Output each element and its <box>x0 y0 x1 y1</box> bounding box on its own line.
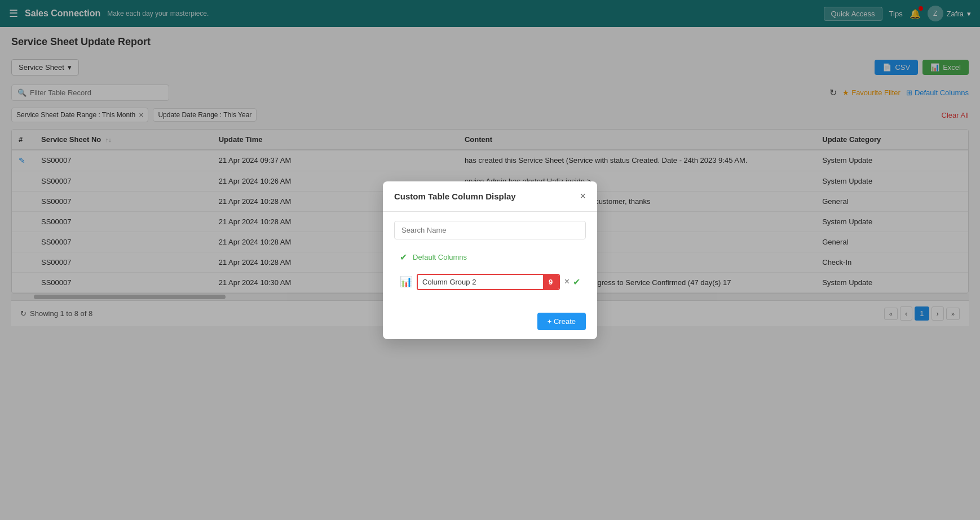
column-group-badge: 9 <box>543 275 559 289</box>
column-group-actions: × ✔ <box>564 277 580 287</box>
modal-title: Custom Table Column Display <box>394 192 516 201</box>
column-group-input-wrap: 9 <box>417 274 560 290</box>
column-group-name-input[interactable] <box>418 275 543 289</box>
bar-chart-icon: 📊 <box>400 275 412 288</box>
default-columns-item[interactable]: ✔ Default Columns <box>394 247 586 267</box>
create-button[interactable]: + Create <box>537 313 586 330</box>
modal-overlay[interactable]: Custom Table Column Display × ✔ Default … <box>0 0 980 520</box>
main-content: Service Sheet Update Report Service Shee… <box>0 27 980 520</box>
modal-search-input[interactable] <box>394 221 586 239</box>
column-group-delete-button[interactable]: × <box>564 277 570 287</box>
modal-body: ✔ Default Columns 📊 9 × ✔ <box>383 212 597 304</box>
modal-header: Custom Table Column Display × <box>383 181 597 212</box>
column-group-row: 📊 9 × ✔ <box>394 269 586 295</box>
modal-footer: + Create <box>383 304 597 339</box>
custom-column-modal: Custom Table Column Display × ✔ Default … <box>383 181 597 339</box>
modal-close-button[interactable]: × <box>580 190 586 202</box>
check-icon: ✔ <box>400 252 407 263</box>
default-columns-label: Default Columns <box>413 253 467 261</box>
column-group-confirm-button[interactable]: ✔ <box>573 277 580 287</box>
